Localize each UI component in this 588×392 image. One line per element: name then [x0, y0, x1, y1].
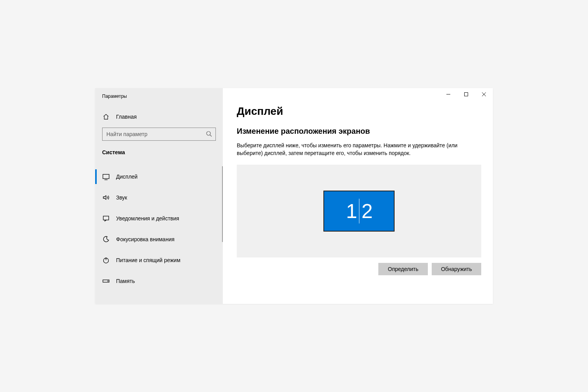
focus-icon [102, 235, 110, 243]
sidebar-item-label: Фокусировка внимания [116, 236, 174, 242]
sound-icon [102, 194, 110, 201]
identify-button[interactable]: Определить [378, 263, 428, 275]
main-content: Дисплей Изменение расположения экранов В… [223, 88, 493, 304]
detect-button[interactable]: Обнаружить [432, 263, 481, 275]
home-label: Главная [116, 114, 137, 120]
monitor-number-2: 2 [362, 199, 372, 223]
sidebar-item-display[interactable]: Дисплей [95, 166, 223, 187]
svg-point-6 [108, 281, 108, 281]
nav-list: Дисплей Звук Уведомления и действия [95, 166, 223, 304]
search-input[interactable] [102, 128, 216, 141]
sidebar-item-label: Дисплей [116, 174, 138, 180]
monitor-tile[interactable]: 1 2 [323, 191, 395, 232]
sidebar: Параметры Главная Система [95, 88, 223, 304]
page-title: Дисплей [237, 105, 484, 118]
sidebar-item-storage[interactable]: Память [95, 271, 223, 291]
svg-rect-2 [103, 174, 109, 179]
power-icon [102, 256, 110, 264]
sidebar-item-notifications[interactable]: Уведомления и действия [95, 208, 223, 229]
home-icon [102, 113, 110, 121]
display-icon [102, 173, 110, 181]
sidebar-item-power[interactable]: Питание и спящий режим [95, 250, 223, 271]
section-description: Выберите дисплей ниже, чтобы изменить ег… [237, 142, 477, 157]
sidebar-item-sound[interactable]: Звук [95, 187, 223, 208]
display-arrangement-area[interactable]: 1 2 [237, 165, 481, 257]
svg-rect-3 [103, 216, 109, 220]
monitor-separator [359, 199, 359, 223]
section-title: Изменение расположения экранов [237, 127, 484, 136]
category-label: Система [95, 149, 223, 155]
home-link[interactable]: Главная [95, 109, 223, 124]
search-wrap [102, 128, 216, 141]
sidebar-item-label: Память [116, 278, 135, 284]
settings-window: Параметры Главная Система [95, 88, 493, 304]
sidebar-item-focus[interactable]: Фокусировка внимания [95, 229, 223, 250]
storage-icon [102, 277, 110, 285]
button-row: Определить Обнаружить [237, 263, 481, 275]
app-title: Параметры [95, 88, 223, 99]
monitor-number-1: 1 [346, 199, 357, 223]
notifications-icon [102, 215, 110, 222]
sidebar-item-label: Уведомления и действия [116, 215, 179, 222]
sidebar-item-label: Питание и спящий режим [116, 257, 180, 263]
sidebar-item-label: Звук [116, 194, 127, 201]
